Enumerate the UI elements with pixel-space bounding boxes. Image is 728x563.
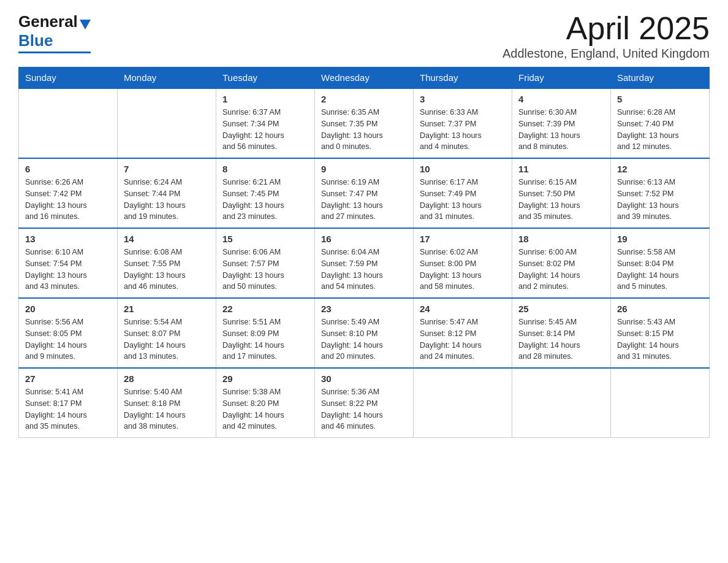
- header-row: SundayMondayTuesdayWednesdayThursdayFrid…: [19, 67, 710, 89]
- week-row-4: 20Sunrise: 5:56 AM Sunset: 8:05 PM Dayli…: [19, 298, 710, 368]
- calendar-cell: 1Sunrise: 6:37 AM Sunset: 7:34 PM Daylig…: [216, 88, 315, 158]
- logo-general-text: General: [18, 12, 78, 31]
- week-row-3: 13Sunrise: 6:10 AM Sunset: 7:54 PM Dayli…: [19, 228, 710, 298]
- calendar-cell: 27Sunrise: 5:41 AM Sunset: 8:17 PM Dayli…: [19, 368, 118, 438]
- day-info: Sunrise: 6:06 AM Sunset: 7:57 PM Dayligh…: [222, 247, 308, 293]
- day-number: 19: [617, 234, 703, 244]
- day-number: 15: [222, 234, 308, 244]
- calendar-cell: 9Sunrise: 6:19 AM Sunset: 7:47 PM Daylig…: [315, 158, 414, 228]
- day-info: Sunrise: 5:51 AM Sunset: 8:09 PM Dayligh…: [222, 316, 308, 362]
- calendar-cell: 6Sunrise: 6:26 AM Sunset: 7:42 PM Daylig…: [19, 158, 118, 228]
- day-number: 14: [124, 234, 210, 244]
- day-number: 26: [617, 304, 703, 314]
- day-number: 24: [420, 304, 506, 314]
- calendar-cell: 8Sunrise: 6:21 AM Sunset: 7:45 PM Daylig…: [216, 158, 315, 228]
- day-info: Sunrise: 5:36 AM Sunset: 8:22 PM Dayligh…: [321, 386, 407, 432]
- day-number: 2: [321, 94, 407, 104]
- day-info: Sunrise: 6:02 AM Sunset: 8:00 PM Dayligh…: [420, 247, 506, 293]
- month-title: April 2025: [502, 12, 710, 44]
- calendar-cell: 18Sunrise: 6:00 AM Sunset: 8:02 PM Dayli…: [512, 228, 611, 298]
- calendar-cell: 15Sunrise: 6:06 AM Sunset: 7:57 PM Dayli…: [216, 228, 315, 298]
- day-number: 8: [222, 164, 308, 174]
- title-section: April 2025 Addlestone, England, United K…: [502, 12, 710, 61]
- day-info: Sunrise: 6:26 AM Sunset: 7:42 PM Dayligh…: [25, 177, 111, 223]
- day-info: Sunrise: 6:37 AM Sunset: 7:34 PM Dayligh…: [222, 107, 308, 153]
- day-info: Sunrise: 5:56 AM Sunset: 8:05 PM Dayligh…: [25, 316, 111, 362]
- calendar-cell: 23Sunrise: 5:49 AM Sunset: 8:10 PM Dayli…: [315, 298, 414, 368]
- calendar-cell: 28Sunrise: 5:40 AM Sunset: 8:18 PM Dayli…: [118, 368, 216, 438]
- day-header-tuesday: Tuesday: [216, 67, 315, 89]
- calendar-cell: [414, 368, 512, 438]
- day-info: Sunrise: 5:54 AM Sunset: 8:07 PM Dayligh…: [124, 316, 210, 362]
- day-info: Sunrise: 6:28 AM Sunset: 7:40 PM Dayligh…: [617, 107, 703, 153]
- calendar-table: SundayMondayTuesdayWednesdayThursdayFrid…: [18, 67, 710, 438]
- day-info: Sunrise: 6:13 AM Sunset: 7:52 PM Dayligh…: [617, 177, 703, 223]
- day-info: Sunrise: 6:08 AM Sunset: 7:55 PM Dayligh…: [124, 247, 210, 293]
- day-info: Sunrise: 5:41 AM Sunset: 8:17 PM Dayligh…: [25, 386, 111, 432]
- day-header-wednesday: Wednesday: [315, 67, 414, 89]
- week-row-5: 27Sunrise: 5:41 AM Sunset: 8:17 PM Dayli…: [19, 368, 710, 438]
- calendar-cell: 19Sunrise: 5:58 AM Sunset: 8:04 PM Dayli…: [611, 228, 710, 298]
- day-number: 30: [321, 373, 407, 384]
- day-number: 23: [321, 304, 407, 314]
- day-info: Sunrise: 5:58 AM Sunset: 8:04 PM Dayligh…: [617, 247, 703, 293]
- calendar-cell: 16Sunrise: 6:04 AM Sunset: 7:59 PM Dayli…: [315, 228, 414, 298]
- day-header-thursday: Thursday: [414, 67, 512, 89]
- calendar-cell: [19, 88, 118, 158]
- day-number: 27: [25, 373, 111, 384]
- day-number: 10: [420, 164, 506, 174]
- day-info: Sunrise: 6:35 AM Sunset: 7:35 PM Dayligh…: [321, 107, 407, 153]
- day-number: 9: [321, 164, 407, 174]
- day-number: 7: [124, 164, 210, 174]
- calendar-cell: 20Sunrise: 5:56 AM Sunset: 8:05 PM Dayli…: [19, 298, 118, 368]
- day-info: Sunrise: 5:45 AM Sunset: 8:14 PM Dayligh…: [518, 316, 604, 362]
- calendar-cell: 11Sunrise: 6:15 AM Sunset: 7:50 PM Dayli…: [512, 158, 611, 228]
- calendar-cell: 26Sunrise: 5:43 AM Sunset: 8:15 PM Dayli…: [611, 298, 710, 368]
- calendar-cell: 12Sunrise: 6:13 AM Sunset: 7:52 PM Dayli…: [611, 158, 710, 228]
- day-number: 21: [124, 304, 210, 314]
- day-info: Sunrise: 6:30 AM Sunset: 7:39 PM Dayligh…: [518, 107, 604, 153]
- day-header-saturday: Saturday: [611, 67, 710, 89]
- calendar-cell: 4Sunrise: 6:30 AM Sunset: 7:39 PM Daylig…: [512, 88, 611, 158]
- day-number: 28: [124, 373, 210, 384]
- calendar-cell: 29Sunrise: 5:38 AM Sunset: 8:20 PM Dayli…: [216, 368, 315, 438]
- day-header-monday: Monday: [118, 67, 216, 89]
- day-number: 22: [222, 304, 308, 314]
- day-number: 20: [25, 304, 111, 314]
- day-number: 6: [25, 164, 111, 174]
- calendar-cell: 30Sunrise: 5:36 AM Sunset: 8:22 PM Dayli…: [315, 368, 414, 438]
- day-number: 16: [321, 234, 407, 244]
- calendar-cell: 2Sunrise: 6:35 AM Sunset: 7:35 PM Daylig…: [315, 88, 414, 158]
- calendar-cell: 13Sunrise: 6:10 AM Sunset: 7:54 PM Dayli…: [19, 228, 118, 298]
- day-number: 13: [25, 234, 111, 244]
- day-number: 3: [420, 94, 506, 104]
- calendar-cell: 10Sunrise: 6:17 AM Sunset: 7:49 PM Dayli…: [414, 158, 512, 228]
- calendar-cell: [512, 368, 611, 438]
- day-number: 5: [617, 94, 703, 104]
- day-info: Sunrise: 5:49 AM Sunset: 8:10 PM Dayligh…: [321, 316, 407, 362]
- day-number: 29: [222, 373, 308, 384]
- week-row-1: 1Sunrise: 6:37 AM Sunset: 7:34 PM Daylig…: [19, 88, 710, 158]
- day-info: Sunrise: 6:10 AM Sunset: 7:54 PM Dayligh…: [25, 247, 111, 293]
- calendar-cell: [118, 88, 216, 158]
- logo: General Blue: [18, 12, 91, 53]
- day-number: 25: [518, 304, 604, 314]
- day-info: Sunrise: 6:15 AM Sunset: 7:50 PM Dayligh…: [518, 177, 604, 223]
- day-number: 17: [420, 234, 506, 244]
- day-info: Sunrise: 5:43 AM Sunset: 8:15 PM Dayligh…: [617, 316, 703, 362]
- location-text: Addlestone, England, United Kingdom: [502, 47, 710, 61]
- week-row-2: 6Sunrise: 6:26 AM Sunset: 7:42 PM Daylig…: [19, 158, 710, 228]
- day-info: Sunrise: 6:21 AM Sunset: 7:45 PM Dayligh…: [222, 177, 308, 223]
- calendar-cell: 14Sunrise: 6:08 AM Sunset: 7:55 PM Dayli…: [118, 228, 216, 298]
- calendar-cell: 21Sunrise: 5:54 AM Sunset: 8:07 PM Dayli…: [118, 298, 216, 368]
- day-info: Sunrise: 6:24 AM Sunset: 7:44 PM Dayligh…: [124, 177, 210, 223]
- day-number: 11: [518, 164, 604, 174]
- calendar-cell: 22Sunrise: 5:51 AM Sunset: 8:09 PM Dayli…: [216, 298, 315, 368]
- calendar-cell: 24Sunrise: 5:47 AM Sunset: 8:12 PM Dayli…: [414, 298, 512, 368]
- day-number: 4: [518, 94, 604, 104]
- day-header-sunday: Sunday: [19, 67, 118, 89]
- logo-triangle-icon: [80, 20, 91, 29]
- day-info: Sunrise: 5:47 AM Sunset: 8:12 PM Dayligh…: [420, 316, 506, 362]
- day-info: Sunrise: 6:19 AM Sunset: 7:47 PM Dayligh…: [321, 177, 407, 223]
- calendar-cell: 5Sunrise: 6:28 AM Sunset: 7:40 PM Daylig…: [611, 88, 710, 158]
